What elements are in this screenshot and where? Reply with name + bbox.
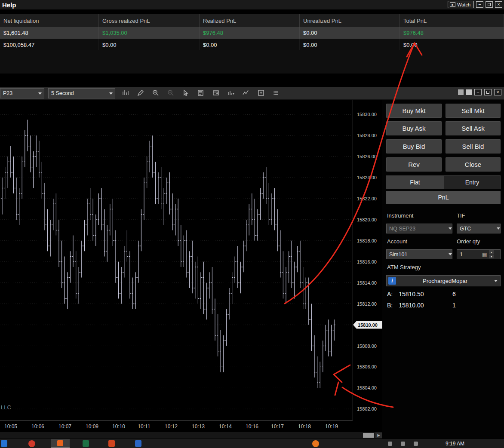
horizontal-scrollbar[interactable]: ▶ (0, 432, 382, 439)
taskbar-clock[interactable]: 9:19 AM (446, 441, 464, 447)
time-axis-label: 10:19 (325, 423, 338, 430)
order-qty-field: ▦ ▲ ▼ (457, 249, 501, 259)
atm-strategy-select[interactable]: i ProchargedMopar (386, 275, 501, 286)
ask-size: 6 (452, 291, 456, 298)
gross-realized-pnl-value: $1,035.00 (99, 27, 200, 39)
chart-minimize-button[interactable]: − (474, 89, 482, 95)
buy-bid-button[interactable]: Buy Bid (386, 139, 442, 153)
panel-toggle-icon[interactable] (458, 89, 464, 95)
chart-maximize-button[interactable] (484, 89, 492, 95)
time-axis-label: 10:10 (112, 423, 125, 430)
properties-list-icon[interactable] (272, 89, 280, 97)
time-axis-label: 10:07 (58, 423, 71, 430)
excel-icon[interactable] (83, 440, 89, 447)
tray-icon[interactable] (388, 442, 392, 446)
instrument-select-value: NQ SEP23 (387, 226, 449, 232)
browser-icon[interactable] (28, 440, 35, 447)
taskbar: 9:19 AM (0, 439, 504, 448)
chevron-down-icon (494, 280, 498, 284)
snapshot-icon[interactable] (212, 89, 220, 97)
close-button[interactable]: × (495, 1, 502, 8)
table-row[interactable]: $1,601.48 $1,035.00 $976.48 $0.00 $976.4… (0, 27, 504, 39)
buy-ask-button[interactable]: Buy Ask (386, 121, 442, 135)
chart-expand-icon[interactable] (257, 89, 265, 97)
zoom-in-icon[interactable] (152, 89, 160, 97)
calculator-icon[interactable]: ▦ (482, 252, 487, 258)
price-axis[interactable]: 15810.00 15830.0015828.0015826.0015824.0… (353, 100, 382, 420)
chart-window-controls: − × (458, 89, 501, 95)
tray-icon[interactable] (414, 442, 418, 446)
reverse-button[interactable]: Rev (386, 157, 442, 172)
watch-button[interactable]: ▶ Watch (448, 1, 474, 8)
price-axis-label: 15830.00 (357, 112, 377, 117)
chart-style-icon[interactable] (122, 89, 129, 97)
net-liquidation-value: $1,601.48 (0, 27, 99, 39)
time-axis-label: 10:16 (246, 423, 258, 430)
word-icon[interactable] (135, 440, 141, 447)
time-axis-label: 10:17 (271, 423, 284, 430)
ask-quote-row: A: 15810.50 6 (387, 291, 424, 298)
zoom-out-icon[interactable] (167, 89, 175, 97)
order-qty-input[interactable] (457, 251, 477, 258)
price-axis-label: 15818.00 (357, 238, 377, 243)
sell-bid-button[interactable]: Sell Bid (446, 139, 501, 153)
ninjatrader-icon (57, 440, 63, 446)
time-axis-label: 10:09 (86, 423, 98, 430)
realized-pnl-value: $976.48 (200, 27, 300, 39)
chart-plot-area[interactable]: LLC (0, 100, 353, 420)
instrument-dropdown[interactable]: P23 (0, 88, 44, 98)
close-position-button[interactable]: Close (446, 157, 501, 172)
instrument-select[interactable]: NQ SEP23 (386, 224, 452, 233)
interval-dropdown[interactable]: 5 Second (48, 88, 115, 98)
taskbar-active-app[interactable] (51, 439, 70, 448)
time-axis-label: 10:05 (4, 423, 17, 430)
time-axis-label: 10:12 (165, 423, 178, 430)
account-select[interactable]: Sim101 (386, 249, 452, 259)
atm-strategy-label: ATM Strategy (387, 264, 421, 270)
chart-close-button[interactable]: × (494, 89, 501, 95)
scrollbar-thumb[interactable] (363, 433, 374, 438)
watch-icon: ▶ (450, 2, 455, 7)
chart-window: P23 5 Second (0, 87, 504, 439)
panel-toggle-icon[interactable] (466, 89, 472, 95)
pnl-display-bar[interactable]: PnL (386, 191, 501, 204)
stepper-up-icon[interactable]: ▲ (489, 250, 494, 254)
scroll-right-button[interactable]: ▶ (375, 433, 382, 438)
column-header: Realized PnL (200, 14, 300, 27)
office-app-icon[interactable] (108, 440, 115, 447)
menu-help[interactable]: Help (2, 1, 16, 9)
tray-icon[interactable] (401, 442, 405, 446)
drawing-tools-icon[interactable] (137, 89, 144, 97)
sell-ask-button[interactable]: Sell Ask (446, 121, 501, 135)
pnl-summary-panel: Net liquidation Gross realized PnL Reali… (0, 14, 504, 74)
window-controls: ▶ Watch − × (448, 1, 502, 8)
start-button-icon[interactable] (1, 440, 7, 447)
buy-mkt-button[interactable]: Buy Mkt (386, 104, 442, 118)
data-box-icon[interactable] (197, 89, 205, 97)
price-axis-label: 15814.00 (357, 280, 377, 285)
firefox-icon[interactable] (312, 440, 319, 447)
column-header: Total PnL (400, 14, 504, 27)
price-axis-label: 15826.00 (357, 154, 377, 159)
ask-price: 15810.50 (399, 291, 424, 298)
tif-select[interactable]: GTC (457, 224, 501, 233)
maximize-button[interactable] (486, 1, 493, 8)
info-icon[interactable]: i (388, 277, 396, 285)
sell-mkt-button[interactable]: Sell Mkt (446, 104, 501, 118)
price-axis-label: 15828.00 (357, 133, 377, 138)
table-row[interactable]: $100,058.47 $0.00 $0.00 $0.00 $0.00 (0, 39, 504, 50)
price-axis-label: 15804.00 (357, 385, 377, 390)
chart-trader-panel: Buy Mkt Sell Mkt Buy Ask Sell Ask Buy Bi… (382, 100, 504, 439)
tab-flat[interactable]: Flat (386, 175, 444, 189)
minimize-button[interactable]: − (476, 1, 483, 8)
indicators-icon[interactable] (242, 89, 250, 97)
cursor-icon[interactable] (182, 89, 190, 97)
chart-trader-icon[interactable] (227, 89, 235, 97)
price-axis-label: 15802.00 (357, 406, 377, 411)
time-axis[interactable]: 10:0510:0610:0710:0910:1010:1110:1210:13… (0, 420, 353, 432)
tab-entry[interactable]: Entry (444, 175, 501, 189)
stepper-down-icon[interactable]: ▼ (489, 255, 494, 258)
bid-size: 1 (452, 302, 456, 309)
tif-select-value: GTC (457, 226, 497, 232)
instrument-dropdown-value: P23 (0, 90, 38, 96)
